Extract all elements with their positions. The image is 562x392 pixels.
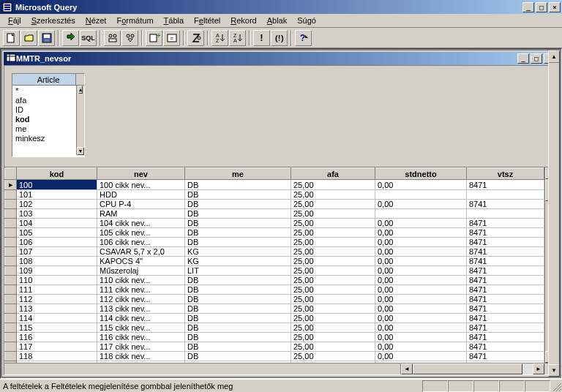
cell-stdnetto[interactable]: 0,00 bbox=[375, 295, 467, 304]
cell-me[interactable]: DB bbox=[185, 352, 291, 361]
cell-vtsz[interactable]: 8471 bbox=[467, 219, 544, 228]
column-header[interactable]: nev bbox=[97, 168, 185, 180]
cell-nev[interactable]: 104 cikk nev... bbox=[97, 219, 185, 228]
cell-vtsz[interactable] bbox=[467, 209, 544, 219]
cell-me[interactable]: DB bbox=[185, 285, 291, 295]
cell-afa[interactable]: 25,00 bbox=[291, 314, 375, 323]
field-item[interactable]: me bbox=[14, 124, 83, 134]
cell-afa[interactable]: 25,00 bbox=[291, 209, 375, 219]
cell-nev[interactable]: RAM bbox=[97, 209, 185, 219]
cell-kod[interactable]: 115 bbox=[17, 323, 97, 333]
scroll-left-icon[interactable]: ◄ bbox=[401, 363, 413, 374]
cell-kod[interactable]: 113 bbox=[17, 304, 97, 314]
tool-new-query[interactable] bbox=[3, 30, 20, 46]
row-header[interactable] bbox=[5, 238, 17, 247]
cell-vtsz[interactable]: 8471 bbox=[467, 295, 544, 304]
cell-vtsz[interactable]: 8471 bbox=[467, 276, 544, 285]
row-header[interactable] bbox=[5, 228, 17, 238]
column-header[interactable]: me bbox=[185, 168, 291, 180]
table-row[interactable]: 118118 cikk nev...DB25,000,008471 bbox=[5, 352, 544, 361]
table-row[interactable]: 102CPU P-4DB25,000,008741 bbox=[5, 200, 544, 209]
cell-afa[interactable]: 25,00 bbox=[291, 200, 375, 209]
cell-afa[interactable]: 25,00 bbox=[291, 323, 375, 333]
field-item[interactable]: * bbox=[14, 86, 83, 96]
table-row[interactable]: 111111 cikk nev...DB25,000,008471 bbox=[5, 285, 544, 295]
row-header[interactable] bbox=[5, 333, 17, 342]
cell-afa[interactable]: 25,00 bbox=[291, 238, 375, 247]
cell-stdnetto[interactable]: 0,00 bbox=[375, 352, 467, 361]
table-row[interactable]: 114114 cikk nev...DB25,000,008471 bbox=[5, 314, 544, 323]
cell-nev[interactable]: 112 cikk nev... bbox=[97, 295, 185, 304]
cell-nev[interactable]: CPU P-4 bbox=[97, 200, 185, 209]
tool-cycle-totals[interactable] bbox=[187, 30, 204, 46]
cell-me[interactable]: DB bbox=[185, 180, 291, 190]
cell-afa[interactable]: 25,00 bbox=[291, 333, 375, 342]
row-header[interactable] bbox=[5, 323, 17, 333]
cell-stdnetto[interactable]: 0,00 bbox=[375, 200, 467, 209]
tool-help[interactable]: ? bbox=[295, 30, 312, 46]
field-list-scrollbar[interactable]: ▲ ▼ bbox=[76, 86, 84, 155]
row-header[interactable] bbox=[5, 314, 17, 323]
table-row[interactable]: 107CSAVAR 5,7 x 2,0KG25,000,008741 bbox=[5, 247, 544, 257]
app-close-button[interactable]: × bbox=[549, 2, 561, 12]
field-item[interactable]: ID bbox=[14, 105, 83, 115]
tool-criteria-equals[interactable]: = bbox=[163, 30, 180, 46]
app-maximize-button[interactable]: □ bbox=[536, 2, 547, 12]
tool-save[interactable] bbox=[38, 30, 55, 46]
cell-kod[interactable]: 117 bbox=[17, 342, 97, 352]
cell-nev[interactable]: Műszerolaj bbox=[97, 266, 185, 276]
cell-me[interactable]: DB bbox=[185, 190, 291, 200]
field-list[interactable]: * afa ID kod me minkesz ▲ ▼ bbox=[12, 86, 84, 155]
column-header[interactable]: stdnetto bbox=[375, 168, 467, 180]
tool-sql[interactable]: SQL bbox=[80, 30, 97, 46]
table-row[interactable]: 115115 cikk nev...DB25,000,008471 bbox=[5, 323, 544, 333]
cell-me[interactable]: LIT bbox=[185, 266, 291, 276]
menu-record[interactable]: Rekord bbox=[225, 15, 261, 26]
tool-show-criteria[interactable] bbox=[121, 30, 138, 46]
row-header[interactable] bbox=[5, 266, 17, 276]
resize-grip-icon[interactable] bbox=[550, 380, 562, 392]
table-row[interactable]: 116116 cikk nev...DB25,000,008471 bbox=[5, 333, 544, 342]
cell-vtsz[interactable] bbox=[467, 190, 544, 200]
cell-nev[interactable]: 111 cikk nev... bbox=[97, 285, 185, 295]
menu-help[interactable]: Súgó bbox=[292, 15, 321, 26]
cell-nev[interactable]: 106 cikk nev... bbox=[97, 238, 185, 247]
cell-stdnetto[interactable] bbox=[375, 209, 467, 219]
child-maximize-button[interactable]: □ bbox=[531, 53, 542, 64]
cell-me[interactable]: DB bbox=[185, 219, 291, 228]
cell-me[interactable]: DB bbox=[185, 200, 291, 209]
cell-stdnetto[interactable]: 0,00 bbox=[375, 285, 467, 295]
cell-kod[interactable]: 105 bbox=[17, 228, 97, 238]
menu-file[interactable]: Fájl bbox=[3, 15, 26, 26]
cell-stdnetto[interactable]: 0,00 bbox=[375, 333, 467, 342]
row-header[interactable] bbox=[5, 295, 17, 304]
cell-afa[interactable]: 25,00 bbox=[291, 180, 375, 190]
cell-afa[interactable]: 25,00 bbox=[291, 247, 375, 257]
cell-afa[interactable]: 25,00 bbox=[291, 285, 375, 295]
cell-kod[interactable]: 102 bbox=[17, 200, 97, 209]
cell-vtsz[interactable]: 8741 bbox=[467, 247, 544, 257]
table-pane-title[interactable]: Article bbox=[12, 74, 84, 86]
cell-stdnetto[interactable]: 0,00 bbox=[375, 266, 467, 276]
menu-view[interactable]: Nézet bbox=[80, 15, 112, 26]
cell-vtsz[interactable]: 8471 bbox=[467, 342, 544, 352]
cell-stdnetto[interactable] bbox=[375, 190, 467, 200]
cell-me[interactable]: DB bbox=[185, 295, 291, 304]
cell-stdnetto[interactable]: 0,00 bbox=[375, 247, 467, 257]
cell-nev[interactable]: 115 cikk nev... bbox=[97, 323, 185, 333]
table-row[interactable]: 101HDDDB25,00 bbox=[5, 190, 544, 200]
cell-stdnetto[interactable]: 0,00 bbox=[375, 342, 467, 352]
cell-afa[interactable]: 25,00 bbox=[291, 304, 375, 314]
row-header[interactable] bbox=[5, 200, 17, 209]
cell-vtsz[interactable]: 8471 bbox=[467, 323, 544, 333]
cell-me[interactable]: DB bbox=[185, 342, 291, 352]
cell-nev[interactable]: 100 cikk nev... bbox=[97, 180, 185, 190]
cell-stdnetto[interactable]: 0,00 bbox=[375, 304, 467, 314]
row-header[interactable] bbox=[5, 190, 17, 200]
cell-afa[interactable]: 25,00 bbox=[291, 342, 375, 352]
cell-vtsz[interactable]: 8741 bbox=[467, 257, 544, 266]
cell-me[interactable]: DB bbox=[185, 238, 291, 247]
table-row[interactable]: 106106 cikk nev...DB25,000,008471 bbox=[5, 238, 544, 247]
table-row[interactable]: 108KAPOCS 4''KG25,000,008741 bbox=[5, 257, 544, 266]
scroll-up-icon[interactable]: ▲ bbox=[549, 51, 559, 63]
